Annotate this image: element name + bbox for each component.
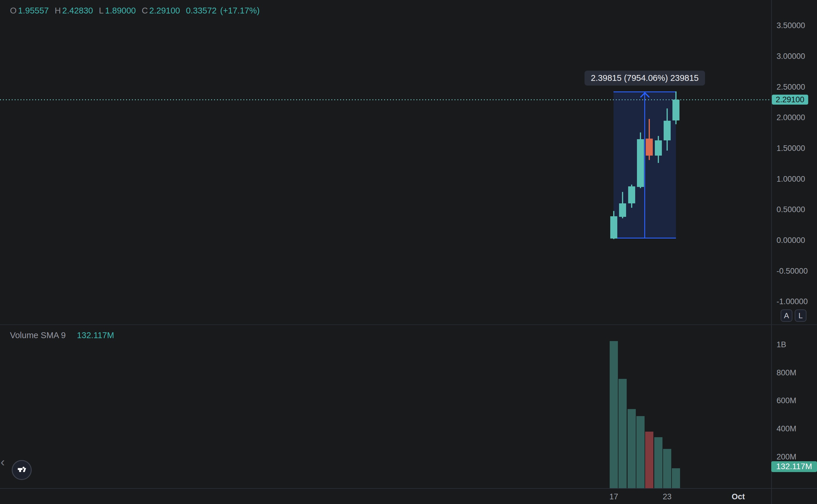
volume-value-badge: 132.117M — [771, 461, 817, 472]
last-price-badge: 2.29100 — [772, 95, 808, 105]
collapse-panel-chevron-icon[interactable]: ‹ — [1, 456, 5, 468]
high-label: H — [55, 6, 61, 16]
volume-tick-label: 600M — [777, 396, 796, 405]
price-tick-label: 3.50000 — [777, 21, 805, 30]
price-tick-label: -1.00000 — [777, 297, 808, 306]
candle-body — [655, 140, 662, 156]
tradingview-chart: O1.95557 H2.42830 L1.89000 C2.29100 0.33… — [0, 0, 817, 504]
time-axis-label: 17 — [609, 492, 618, 501]
low-label: L — [99, 6, 103, 16]
measure-arrow-line[interactable] — [644, 92, 645, 238]
change-percent: (+17.17%) — [220, 6, 260, 16]
candle-body — [646, 139, 653, 156]
ohlc-legend: O1.95557 H2.42830 L1.89000 C2.29100 0.33… — [10, 6, 260, 16]
measure-tooltip: 2.39815 (7954.06%) 239815 — [584, 71, 705, 86]
high-value: 2.42830 — [62, 6, 93, 16]
volume-bar — [619, 379, 627, 488]
candle-body — [619, 203, 626, 217]
volume-tick-label: 800M — [777, 368, 796, 377]
auto-scale-button[interactable]: A — [781, 309, 792, 322]
volume-bar — [610, 341, 618, 488]
tradingview-logo-icon[interactable] — [12, 460, 32, 480]
volume-legend: Volume SMA 9 132.117M — [10, 331, 114, 340]
volume-bar — [654, 437, 663, 488]
volume-tick-label: 200M — [777, 452, 796, 461]
change-value: 0.33572 — [186, 6, 217, 16]
candle-body — [610, 216, 617, 238]
volume-legend-title: Volume SMA 9 — [10, 331, 66, 340]
tradingview-logo-glyph — [16, 464, 28, 476]
log-scale-button[interactable]: L — [795, 309, 806, 322]
last-price-line — [0, 99, 771, 100]
volume-legend-value: 132.117M — [77, 331, 114, 340]
candle-body — [673, 100, 680, 120]
volume-bar — [663, 449, 671, 488]
volume-tick-label: 400M — [777, 424, 796, 433]
time-axis-border — [0, 488, 817, 489]
price-tick-label: 3.00000 — [777, 52, 805, 61]
candle-body — [664, 121, 671, 140]
close-value: 2.29100 — [149, 6, 180, 16]
candle-body — [637, 139, 644, 187]
price-tick-label: 1.50000 — [777, 144, 805, 153]
price-tick-label: 1.00000 — [777, 175, 805, 183]
open-value: 1.95557 — [18, 6, 49, 16]
volume-tick-label: 1B — [777, 340, 786, 349]
volume-bar — [645, 432, 653, 488]
volume-bar — [637, 416, 645, 488]
low-value: 1.89000 — [105, 6, 136, 16]
price-tick-label: 0.00000 — [777, 236, 805, 245]
price-tick-label: 0.50000 — [777, 205, 805, 214]
time-axis-label: 23 — [663, 492, 672, 501]
price-tick-label: 2.00000 — [777, 113, 805, 122]
measure-arrow-head-icon — [640, 92, 650, 98]
open-label: O — [10, 6, 17, 16]
pane-separator[interactable] — [0, 324, 817, 325]
volume-bar — [628, 409, 636, 488]
candle-body — [628, 186, 635, 204]
price-tick-label: -0.50000 — [777, 267, 808, 275]
price-axis-border — [771, 0, 772, 504]
time-axis-label: Oct — [732, 492, 745, 501]
price-tick-label: 2.50000 — [777, 83, 805, 91]
close-label: C — [142, 6, 148, 16]
volume-bar — [672, 468, 680, 488]
